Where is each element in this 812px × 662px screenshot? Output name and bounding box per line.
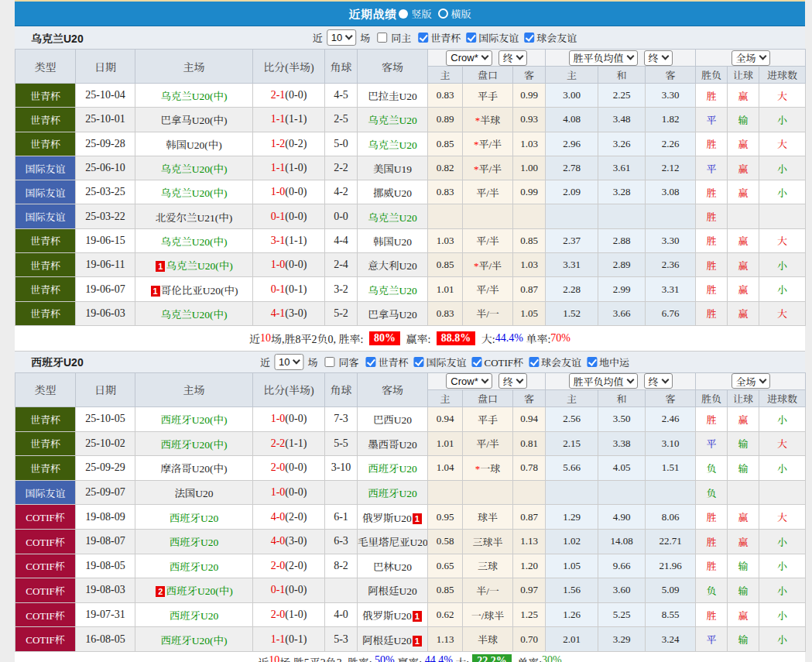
score-cell: 1-1(0-1) (253, 627, 325, 652)
full-match-select[interactable]: 全场 (731, 373, 770, 389)
handicap-result-cell: 赢 (728, 132, 759, 156)
home-team-cell: 1乌克兰U20(中) (135, 253, 253, 277)
goals-result-cell: 小 (759, 108, 806, 132)
same-venue-checkbox[interactable] (377, 33, 387, 43)
date-cell: 19-06-03 (76, 301, 135, 325)
home-team: 乌克兰U20(中) (160, 91, 227, 102)
avg-odds-select[interactable]: 胜平负均值 (569, 50, 638, 66)
competition-checkbox[interactable] (524, 33, 534, 43)
corners-cell: 2-4 (325, 253, 358, 277)
match-row: 世青杯 25-09-28 韩国U20(中) 1-2(0-2) 5-0 乌克兰U2… (15, 132, 806, 156)
result-value: 胜 (707, 414, 717, 426)
odds-time-select[interactable]: 终 (499, 50, 527, 66)
corners-cell: 5-3 (325, 627, 358, 652)
full-match-select[interactable]: 全场 (731, 50, 770, 66)
handicap-result-cell: 输 (728, 431, 759, 456)
away-team-cell: 阿根廷U201 (358, 627, 428, 652)
goals-result-value: 大 (777, 139, 787, 150)
avg-home-cell (546, 204, 598, 228)
odds-away-cell: 0.85 (513, 228, 546, 252)
avg-draw-cell: 3.48 (598, 108, 646, 132)
horizontal-layout-radio[interactable] (438, 9, 448, 19)
home-team-cell: 西班牙U20(中) (135, 406, 253, 431)
competition-checkbox[interactable] (466, 33, 476, 43)
home-team-cell: 2西班牙U20(中) (135, 578, 253, 603)
full-time-score: 2-0 (271, 609, 286, 620)
vertical-layout-radio[interactable] (399, 9, 408, 19)
home-team-cell: 西班牙U20 (135, 529, 253, 554)
handicap-result-cell: 输 (728, 627, 759, 652)
chevron-down-icon (516, 53, 523, 60)
handicap-line: 球半 (478, 512, 498, 523)
match-row: 世青杯 25-10-01 巴拿马U20(中) 1-1(1-1) 2-5 乌克兰U… (15, 108, 806, 132)
handicap-result-cell: 赢 (728, 301, 759, 325)
goals-result-value: 大 (777, 512, 787, 523)
result-cell: 胜 (696, 132, 728, 156)
date-cell: 25-09-07 (76, 480, 135, 505)
odds-away-cell: 1.03 (513, 132, 546, 156)
summary-segment: 赢率: (395, 654, 425, 662)
half-time-score: (1-1) (285, 437, 307, 449)
same-venue-label: 同客 (338, 355, 358, 369)
date-cell: 25-10-04 (76, 84, 135, 108)
handicap-result-value: 输 (738, 463, 749, 475)
result-cell: 胜 (696, 301, 728, 325)
handicap-result-cell: 输 (728, 554, 759, 578)
sub-column-header: 进球数 (759, 389, 806, 406)
corners-cell: 5-2 (325, 301, 358, 325)
same-venue-checkbox[interactable] (324, 357, 334, 367)
avg-odds-select[interactable]: 胜平负均值 (569, 373, 638, 389)
section-header-bar: 乌克兰U20 近 10 场 同主 世青杯国际友谊球会友谊 (15, 26, 805, 49)
odds-home-cell (428, 204, 463, 228)
match-count-select-value: 10 (331, 32, 342, 43)
odds-home-cell: 1.01 (428, 277, 463, 301)
competition-cell: 世青杯 (15, 456, 76, 481)
match-count-select[interactable]: 10 (274, 354, 303, 370)
summary-segment: 44.4% (495, 332, 523, 345)
avg-draw-cell: 5.25 (598, 602, 646, 627)
competition-checkbox[interactable] (471, 357, 481, 367)
handicap-line-cell: 一/球半 (463, 602, 513, 627)
odds-company-select-value: Crow* (451, 376, 478, 387)
summary-segment: 场,胜5平2负3, 胜率: (279, 654, 375, 662)
competition-checkbox[interactable] (418, 33, 428, 43)
column-header: 比分(半场) (253, 50, 325, 84)
competition-checkbox[interactable] (587, 357, 597, 367)
summary-segment: 近 (249, 331, 260, 346)
odds-company-select[interactable]: Crow* (446, 373, 492, 389)
column-header: 客场 (358, 372, 428, 406)
odds-time-select[interactable]: 终 (499, 373, 527, 389)
odds-away-cell: 1.13 (513, 529, 546, 554)
avg-draw-cell: 3.28 (598, 180, 646, 204)
competition-checkbox[interactable] (413, 357, 423, 367)
avg-time-select[interactable]: 终 (644, 50, 673, 66)
match-count-select[interactable]: 10 (327, 29, 356, 46)
full-time-score: 2-2 (271, 437, 286, 449)
competition-cell: 国际友谊 (15, 156, 76, 180)
home-team: 乌克兰U20(中) (160, 187, 227, 199)
avg-away-cell: 5.09 (646, 578, 696, 603)
home-team-cell: 韩国U20(中) (135, 132, 253, 156)
handicap-result-cell: 赢 (728, 156, 759, 180)
sub-column-header: 客 (646, 389, 696, 406)
score-cell: 1-0(0-0) (253, 480, 325, 505)
chevron-down-icon (626, 376, 634, 384)
odds-away-cell: 1.05 (513, 301, 546, 325)
away-team: 乌克兰U20 (368, 285, 417, 297)
competition-checkbox[interactable] (365, 357, 375, 367)
half-time-score: (3-0) (285, 535, 307, 547)
competition-checkbox[interactable] (529, 357, 539, 367)
avg-time-select[interactable]: 终 (644, 373, 673, 389)
half-time-score: (0-0) (285, 211, 307, 222)
date-cell: 19-07-31 (76, 602, 135, 627)
near-label: 近 (313, 30, 323, 45)
result-value: 胜 (707, 512, 717, 523)
avg-away-cell: 22.71 (646, 529, 696, 554)
handicap-line: 三球半 (472, 537, 502, 548)
away-team: 美国U19 (373, 163, 412, 175)
date-cell: 16-08-05 (76, 627, 135, 652)
chevron-down-icon (516, 376, 523, 384)
odds-company-select[interactable]: Crow* (446, 50, 492, 66)
handicap-result-value: 输 (738, 561, 749, 572)
handicap-result-cell: 赢 (728, 180, 759, 204)
